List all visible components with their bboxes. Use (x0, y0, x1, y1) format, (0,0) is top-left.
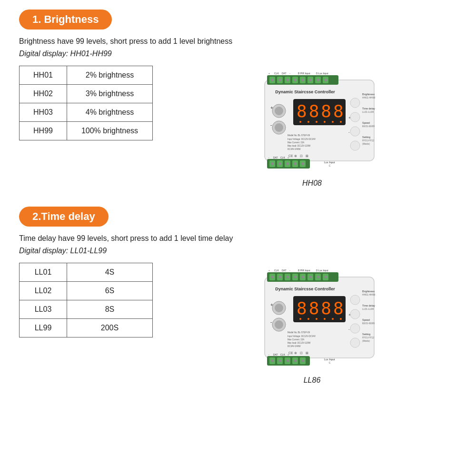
svg-text:-: - (270, 319, 272, 325)
svg-point-116 (307, 318, 309, 320)
svg-text:Setting: Setting (362, 333, 370, 336)
brightness-controller-svg: + CLK DAT - B PIR Input D Lux Input Dyna… (236, 66, 388, 175)
svg-text:⊡: ⊡ (300, 154, 303, 158)
section2-desc: Time delay have 99 levels, short press t… (19, 234, 457, 243)
svg-point-12 (286, 79, 289, 81)
svg-text:EE01-EE99: EE01-EE99 (362, 125, 375, 128)
svg-text:Setting: Setting (362, 136, 370, 139)
svg-point-119 (332, 318, 334, 320)
svg-point-41 (350, 127, 360, 136)
section2-content: LL014SLL026SLL038SLL99200S (19, 263, 457, 385)
svg-text:DC34V-240W: DC34V-240W (288, 345, 301, 347)
svg-text:-: - (348, 327, 350, 331)
svg-point-124 (350, 338, 360, 347)
svg-text:C: C (329, 164, 331, 167)
svg-point-13 (294, 79, 297, 81)
svg-point-26 (275, 107, 283, 115)
svg-point-115 (299, 318, 301, 320)
svg-text:CLK: CLK (280, 353, 285, 356)
svg-text:DAT: DAT (273, 156, 278, 159)
svg-text:CLK: CLK (280, 156, 285, 159)
code-cell: LL03 (20, 300, 67, 319)
svg-text:+: + (270, 105, 273, 110)
value-cell: 6S (67, 282, 153, 300)
table-row: HH99100% brightness (20, 122, 153, 140)
svg-point-158 (294, 359, 297, 362)
section2-display: Digital display: LL01-LL99 (19, 247, 457, 255)
code-cell: HH99 (20, 122, 67, 140)
value-cell: 4S (67, 263, 153, 282)
svg-text:Input Voltage: DC12V-DC34V: Input Voltage: DC12V-DC34V (288, 335, 316, 337)
svg-point-120 (340, 318, 342, 320)
svg-text:B PIR Input: B PIR Input (298, 269, 310, 272)
section1-header: 1. Brightness (19, 10, 112, 30)
svg-text:D Lux Input: D Lux Input (316, 72, 328, 75)
table-row: HH012% brightness (20, 66, 153, 85)
svg-point-37 (332, 121, 334, 123)
svg-point-121 (350, 295, 360, 305)
svg-text:⊡: ⊡ (300, 351, 303, 355)
code-cell: HH01 (20, 66, 67, 85)
svg-text:DAT: DAT (282, 72, 287, 75)
svg-point-76 (294, 162, 297, 165)
section2-header: 2.Time delay (19, 207, 109, 227)
brightness-device: + CLK DAT - B PIR Input D Lux Input Dyna… (167, 66, 457, 188)
svg-text:Dynamic Staircsse Controller: Dynamic Staircsse Controller (275, 287, 335, 291)
timedelay-device-label: LL86 (304, 376, 321, 385)
svg-text:⊠: ⊠ (306, 154, 308, 158)
svg-text:CE: CE (288, 351, 293, 355)
value-cell: 200S (67, 319, 153, 337)
section-brightness: 1. Brightness Brightness have 99 levels,… (19, 10, 457, 188)
code-cell: LL02 (20, 282, 67, 300)
svg-text:LL01-LL99: LL01-LL99 (362, 307, 374, 310)
svg-text:Max load: DC12V-120W: Max load: DC12V-120W (288, 145, 311, 147)
svg-text:DC34V-240W: DC34V-240W (288, 148, 301, 150)
svg-point-96 (301, 276, 304, 278)
svg-text:HH01-HH99: HH01-HH99 (362, 96, 375, 99)
svg-point-157 (286, 359, 289, 362)
svg-point-95 (294, 276, 297, 278)
svg-point-117 (316, 318, 317, 320)
svg-point-98 (317, 276, 319, 278)
svg-text:⊠: ⊠ (306, 351, 308, 355)
svg-text:⊕: ⊕ (294, 351, 297, 355)
svg-point-28 (275, 123, 283, 132)
svg-point-92 (271, 276, 274, 278)
svg-text:Time delay: Time delay (362, 107, 375, 110)
svg-text:(Mode): (Mode) (362, 142, 370, 145)
svg-text:HH01-HH99: HH01-HH99 (362, 293, 375, 296)
svg-point-15 (309, 79, 312, 81)
table-row: LL026S (20, 282, 153, 300)
svg-point-93 (278, 276, 281, 278)
code-cell: HH03 (20, 103, 67, 122)
section1-desc: Brightness have 99 levels, short press t… (19, 37, 457, 46)
table-row: HH034% brightness (20, 103, 153, 122)
svg-point-14 (301, 79, 304, 81)
svg-text:8888: 8888 (297, 298, 346, 318)
svg-text:(Mode): (Mode) (362, 339, 370, 342)
svg-text:Lux Input: Lux Input (324, 161, 335, 164)
svg-text:CLK: CLK (274, 269, 279, 272)
timedelay-controller-svg: + CLK DAT - B PIR Input D Lux Input Dyna… (236, 263, 388, 372)
code-cell: HH02 (20, 85, 67, 103)
svg-point-35 (316, 121, 317, 123)
svg-point-36 (324, 121, 326, 123)
svg-point-34 (307, 121, 309, 123)
section1-content: HH012% brightnessHH023% brightnessHH034%… (19, 66, 457, 188)
svg-text:Max Current: 15A: Max Current: 15A (288, 338, 304, 341)
svg-text:Model No.:BL-STEP-09: Model No.:BL-STEP-09 (288, 134, 310, 137)
svg-text:⊕: ⊕ (294, 154, 297, 158)
svg-text:CLK: CLK (274, 72, 279, 75)
value-cell: 2% brightness (67, 66, 153, 85)
svg-text:DAT: DAT (282, 269, 287, 272)
code-cell: LL99 (20, 319, 67, 337)
svg-text:C: C (329, 361, 331, 364)
svg-text:Brightness: Brightness (362, 93, 375, 96)
svg-text:Dynamic Staircsse Controller: Dynamic Staircsse Controller (275, 89, 335, 94)
section-timedelay: 2.Time delay Time delay have 99 levels, … (19, 207, 457, 385)
svg-text:FF01-FF12: FF01-FF12 (362, 336, 374, 339)
svg-text:FF01-FF12: FF01-FF12 (362, 139, 374, 142)
svg-point-122 (350, 309, 360, 319)
svg-point-33 (299, 121, 301, 123)
svg-text:-: - (289, 72, 290, 75)
